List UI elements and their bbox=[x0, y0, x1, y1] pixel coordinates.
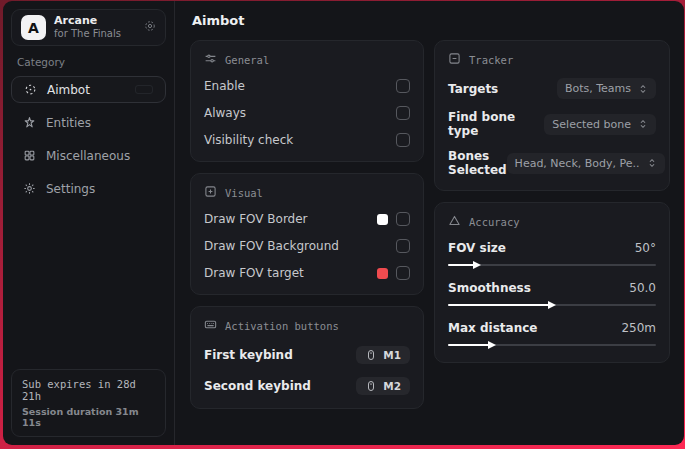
fov-size-value: 50° bbox=[635, 241, 656, 255]
first-keybind-button[interactable]: M1 bbox=[356, 346, 410, 364]
always-checkbox[interactable] bbox=[396, 106, 410, 120]
chevron-updown-icon bbox=[638, 84, 648, 94]
max-distance-slider[interactable] bbox=[448, 340, 656, 349]
entities-icon bbox=[22, 116, 36, 130]
brand-name: Arcane bbox=[54, 15, 136, 28]
targets-dropdown[interactable]: Bots, Teams bbox=[557, 78, 656, 99]
mouse-icon bbox=[365, 349, 377, 361]
chevron-updown-icon bbox=[647, 158, 657, 168]
card-title: Visual bbox=[225, 187, 263, 199]
tracker-icon bbox=[448, 52, 461, 67]
mouse-icon bbox=[365, 380, 377, 392]
tracker-card: Tracker Targets Bots, Teams Find bone ty… bbox=[434, 40, 670, 191]
enable-label: Enable bbox=[204, 79, 245, 93]
find-bone-type-dropdown[interactable]: Selected bone bbox=[544, 114, 656, 135]
first-keybind-label: First keybind bbox=[204, 348, 293, 362]
general-card: General Enable Always Visibility check bbox=[190, 40, 424, 162]
sidebar-item-label: Settings bbox=[46, 182, 95, 196]
find-bone-type-label: Find bone type bbox=[448, 110, 544, 138]
always-label: Always bbox=[204, 106, 246, 120]
gear-icon bbox=[22, 182, 36, 196]
sidebar-item-label: Aimbot bbox=[47, 83, 90, 97]
sidebar-item-aimbot[interactable]: Aimbot bbox=[11, 76, 166, 103]
sub-expiry-text: Sub expires in 28d 21h bbox=[22, 378, 155, 402]
draw-fov-target-checkbox[interactable] bbox=[396, 266, 410, 280]
subscription-status-card: Sub expires in 28d 21h Session duration … bbox=[11, 369, 166, 437]
page-title: Aimbot bbox=[192, 13, 670, 28]
visibility-check-label: Visibility check bbox=[204, 133, 293, 147]
draw-fov-border-label: Draw FOV Border bbox=[204, 212, 308, 226]
app-window: A Arcane for The Finals Category Aimbot bbox=[3, 1, 684, 445]
sliders-icon bbox=[204, 52, 217, 67]
slider-thumb[interactable] bbox=[473, 261, 481, 269]
card-title: Accuracy bbox=[469, 216, 520, 228]
brand-subtitle: for The Finals bbox=[54, 28, 136, 40]
smoothness-label: Smoothness bbox=[448, 281, 531, 295]
sidebar-item-settings[interactable]: Settings bbox=[11, 175, 166, 202]
brand-gear-icon[interactable] bbox=[144, 20, 156, 35]
card-title: Activation buttons bbox=[225, 320, 339, 332]
brand-logo: A bbox=[21, 15, 46, 40]
card-title: Tracker bbox=[469, 54, 513, 66]
slider-thumb[interactable] bbox=[488, 341, 496, 349]
sidebar-item-miscellaneous[interactable]: Miscellaneous bbox=[11, 142, 166, 169]
fov-border-color-swatch[interactable] bbox=[377, 214, 388, 225]
second-keybind-label: Second keybind bbox=[204, 379, 311, 393]
smoothness-slider[interactable] bbox=[448, 300, 656, 309]
draw-fov-background-label: Draw FOV Background bbox=[204, 239, 339, 253]
visual-icon bbox=[204, 185, 217, 200]
fov-target-color-swatch[interactable] bbox=[377, 268, 388, 279]
max-distance-label: Max distance bbox=[448, 321, 537, 335]
keyboard-icon bbox=[204, 318, 217, 333]
chevron-updown-icon bbox=[638, 119, 648, 129]
smoothness-value: 50.0 bbox=[629, 281, 656, 295]
targets-label: Targets bbox=[448, 82, 498, 96]
activation-buttons-card: Activation buttons First keybind M1 Seco… bbox=[190, 306, 424, 409]
sidebar-item-entities[interactable]: Entities bbox=[11, 109, 166, 136]
grid-icon bbox=[22, 149, 36, 163]
brand-card: A Arcane for The Finals bbox=[11, 9, 166, 46]
sidebar-item-label: Entities bbox=[46, 116, 91, 130]
slider-thumb[interactable] bbox=[548, 301, 556, 309]
fov-size-label: FOV size bbox=[448, 241, 506, 255]
draw-fov-border-checkbox[interactable] bbox=[396, 212, 410, 226]
enable-checkbox[interactable] bbox=[396, 79, 410, 93]
crosshair-icon bbox=[23, 83, 37, 97]
triangle-icon bbox=[448, 214, 461, 229]
visual-card: Visual Draw FOV Border Draw FOV Backgrou… bbox=[190, 173, 424, 295]
draw-fov-background-checkbox[interactable] bbox=[396, 239, 410, 253]
sidebar: A Arcane for The Finals Category Aimbot bbox=[3, 1, 175, 445]
max-distance-value: 250m bbox=[621, 321, 656, 335]
second-keybind-button[interactable]: M2 bbox=[356, 377, 410, 395]
session-duration-text: Session duration 31m 11s bbox=[22, 406, 155, 428]
card-title: General bbox=[225, 54, 269, 66]
bones-selected-label: Bones Selected bbox=[448, 149, 507, 177]
bones-selected-dropdown[interactable]: Head, Neck, Body, Pe.. bbox=[507, 153, 665, 174]
hotkey-hint bbox=[135, 85, 153, 94]
fov-size-slider[interactable] bbox=[448, 260, 656, 269]
accuracy-card: Accuracy FOV size 50° bbox=[434, 202, 670, 363]
visibility-check-checkbox[interactable] bbox=[396, 133, 410, 147]
sidebar-item-label: Miscellaneous bbox=[46, 149, 130, 163]
main-content: Aimbot General Enable bbox=[176, 1, 684, 445]
category-label: Category bbox=[17, 56, 160, 68]
draw-fov-target-label: Draw FOV target bbox=[204, 266, 304, 280]
